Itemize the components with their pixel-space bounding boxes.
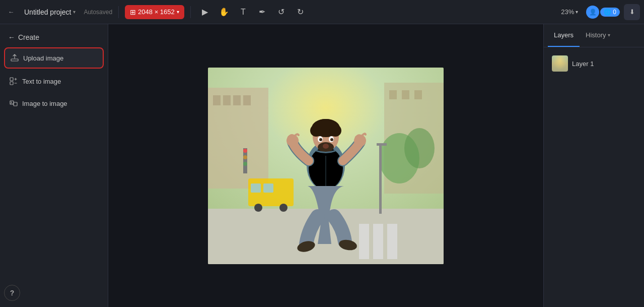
svg-rect-20 xyxy=(387,224,397,259)
left-bottom: ? xyxy=(4,285,104,301)
download-icon: ⬇ xyxy=(629,8,635,16)
redo-icon: ↻ xyxy=(297,7,304,17)
svg-point-5 xyxy=(11,102,12,103)
pan-tool-button[interactable]: ✋ xyxy=(216,4,232,20)
svg-point-26 xyxy=(243,149,247,153)
back-icon: ← xyxy=(8,8,15,16)
tab-layers[interactable]: Layers xyxy=(548,24,580,47)
svg-point-40 xyxy=(316,119,336,129)
history-tab-label: History xyxy=(586,31,606,39)
svg-point-46 xyxy=(323,144,329,149)
svg-rect-16 xyxy=(414,90,422,99)
left-panel: ← Create Upload image Text to xyxy=(0,24,108,307)
project-chevron-icon: ▾ xyxy=(73,9,76,15)
tab-history[interactable]: History ▾ xyxy=(580,24,616,47)
svg-rect-14 xyxy=(389,90,397,99)
zoom-label: 23% xyxy=(561,8,574,16)
help-button[interactable]: ? xyxy=(4,285,20,301)
layer-thumbnail xyxy=(552,55,568,72)
layer-item[interactable]: Layer 1 xyxy=(548,52,640,75)
undo-icon: ↺ xyxy=(278,7,284,17)
text-icon: T xyxy=(241,8,246,17)
svg-point-33 xyxy=(279,204,288,212)
svg-rect-30 xyxy=(251,183,261,193)
right-panel-tabs: Layers History ▾ xyxy=(544,24,644,47)
svg-rect-31 xyxy=(263,183,273,193)
notification-badge[interactable]: 🌐 0 xyxy=(600,8,620,17)
canvas-size-label: 2048 × 1652 xyxy=(138,8,175,16)
svg-rect-18 xyxy=(359,224,369,259)
download-button[interactable]: ⬇ xyxy=(624,4,640,20)
text-tool-button[interactable]: T xyxy=(235,4,251,20)
svg-rect-19 xyxy=(373,224,383,259)
zoom-control[interactable]: 23% ▾ xyxy=(557,6,582,18)
svg-rect-12 xyxy=(243,95,251,105)
text-to-image-label: Text to image xyxy=(22,78,61,85)
create-header[interactable]: ← Create xyxy=(4,30,104,44)
right-panel: Layers History ▾ Layer 1 xyxy=(543,24,644,307)
topbar-right: 23% ▾ 👤 🌐 0 ⬇ xyxy=(557,4,640,20)
upload-icon xyxy=(10,53,19,63)
user-icon: 👤 xyxy=(589,9,597,16)
canvas-size-button[interactable]: ⊞ 2048 × 1652 ▾ xyxy=(125,5,184,19)
svg-rect-11 xyxy=(233,95,241,105)
canvas-svg xyxy=(208,68,444,264)
pen-tool-button[interactable]: ✒ xyxy=(254,4,270,20)
svg-rect-15 xyxy=(402,90,409,99)
help-icon: ? xyxy=(10,289,15,297)
back-button[interactable]: ← xyxy=(4,5,18,19)
create-label: Create xyxy=(18,33,39,41)
zoom-chevron-icon: ▾ xyxy=(576,9,578,15)
svg-point-28 xyxy=(243,162,247,166)
canvas-image-wrapper xyxy=(208,68,444,264)
topbar: ← Untitled project ▾ Autosaved ⊞ 2048 × … xyxy=(0,0,644,24)
redo-button[interactable]: ↻ xyxy=(293,4,309,20)
user-avatar[interactable]: 👤 xyxy=(586,6,599,19)
project-name: Untitled project xyxy=(24,8,71,16)
upload-image-label: Upload image xyxy=(23,54,63,62)
text-to-image-button[interactable]: Text to image xyxy=(4,72,104,91)
user-controls: 👤 🌐 0 xyxy=(586,6,620,19)
pan-icon: ✋ xyxy=(219,7,229,17)
svg-rect-23 xyxy=(379,143,382,214)
image-to-image-label: Image to image xyxy=(22,100,67,107)
autosaved-label: Autosaved xyxy=(84,9,112,16)
svg-point-32 xyxy=(254,204,262,212)
svg-point-27 xyxy=(243,155,247,159)
select-tool-button[interactable]: ▶ xyxy=(197,4,213,20)
upload-image-button[interactable]: Upload image xyxy=(4,47,104,69)
history-chevron-icon: ▾ xyxy=(608,32,610,38)
canvas-size-chevron-icon: ▾ xyxy=(177,9,179,15)
project-selector[interactable]: Untitled project ▾ xyxy=(21,6,79,18)
separator xyxy=(118,6,119,18)
sparkle-icon xyxy=(9,77,18,86)
svg-rect-10 xyxy=(223,95,231,105)
svg-rect-1 xyxy=(10,78,13,81)
svg-rect-0 xyxy=(11,59,18,61)
layer-thumb-content xyxy=(552,55,568,72)
image-to-image-icon xyxy=(9,99,18,108)
separator2 xyxy=(190,6,191,18)
image-to-image-button[interactable]: Image to image xyxy=(4,94,104,113)
pen-icon: ✒ xyxy=(259,7,265,17)
layer-name: Layer 1 xyxy=(572,60,594,68)
main-content: ← Create Upload image Text to xyxy=(0,24,644,307)
svg-rect-2 xyxy=(10,82,13,85)
svg-rect-4 xyxy=(14,102,17,106)
canvas-area[interactable] xyxy=(108,24,543,307)
notif-count: 0 xyxy=(613,9,616,16)
svg-point-45 xyxy=(330,138,333,141)
layers-tab-label: Layers xyxy=(554,31,574,39)
svg-point-22 xyxy=(404,128,435,168)
undo-button[interactable]: ↺ xyxy=(273,4,290,20)
notif-icon: 🌐 xyxy=(604,9,611,16)
select-icon: ▶ xyxy=(202,7,208,17)
create-back-icon: ← xyxy=(8,33,15,41)
canvas-image xyxy=(208,68,444,264)
layers-list: Layer 1 xyxy=(544,47,644,80)
svg-point-44 xyxy=(319,138,322,141)
svg-rect-9 xyxy=(213,95,221,105)
svg-rect-24 xyxy=(377,143,387,146)
canvas-resize-icon: ⊞ xyxy=(130,8,136,16)
